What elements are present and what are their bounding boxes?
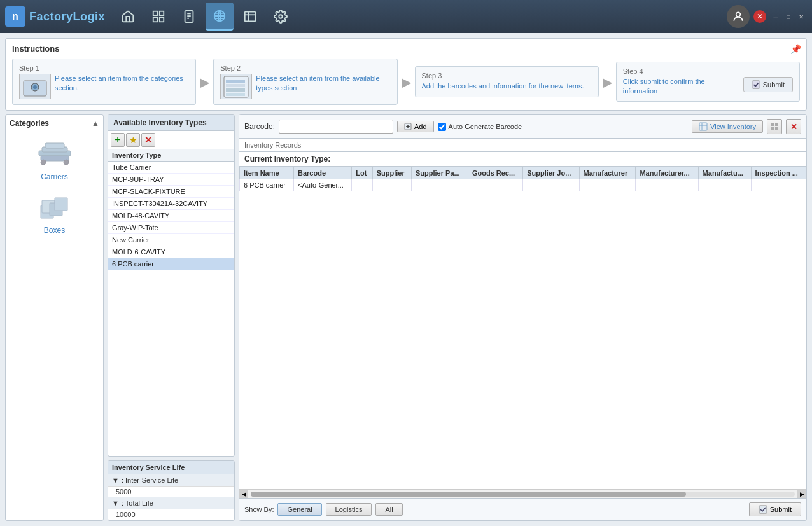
scroll-thumb[interactable] [251,492,686,497]
svg-rect-42 [775,127,778,130]
show-by-all-button[interactable]: All [375,503,402,516]
inventory-table: Item Name Barcode Lot Supplier Supplier … [239,167,806,191]
auto-generate-checkbox-label[interactable]: Auto Generate Barcode [438,123,522,131]
inv-type-6pcb[interactable]: 6 PCB carrier [108,258,234,270]
scroll-left-arrow[interactable]: ◀ [239,490,248,499]
resize-handle[interactable]: · · · · · [108,448,234,456]
step-2-text: Please select an item from the available… [256,74,390,93]
svg-rect-3 [160,18,164,22]
categories-header: Categories ▲ [10,119,99,128]
svg-rect-43 [759,506,767,513]
svg-rect-25 [45,143,64,148]
service-life-header: Inventory Service Life [108,461,234,474]
view-inventory-label: View Inventory [710,123,756,130]
category-carriers-item[interactable]: Carriers [10,133,99,186]
col-supplier-pa: Supplier Pa... [411,167,468,179]
inv-type-graywip[interactable]: Gray-WIP-Tote [108,222,234,234]
step-4-submit-button[interactable]: Submit [743,77,793,92]
user-avatar[interactable] [727,5,750,28]
service-total-value: 10000 [108,509,234,520]
step-2-num: Step 2 [220,64,390,72]
step-2-image [220,74,252,99]
view-inventory-button[interactable]: View Inventory [692,120,763,133]
layout-icon-button[interactable] [767,119,782,134]
show-by-general-button[interactable]: General [277,503,321,516]
step-4-content: Click submit to confirm the information … [623,77,793,97]
inv-type-tube-carrier[interactable]: Tube Carrier [108,162,234,174]
minimize-button[interactable]: ─ [770,11,781,22]
auto-generate-label: Auto Generate Barcode [449,123,522,130]
step-1-content: Please select an item from the categorie… [19,74,189,99]
add-button[interactable]: Add [397,121,434,132]
user-close-icon[interactable]: ✕ [753,10,766,23]
service-inter-group[interactable]: ▼ : Inter-Service Life [108,474,234,487]
pin-icon[interactable]: 📌 [790,44,801,54]
inv-type-mcp9up[interactable]: MCP-9UP-TRAY [108,174,234,186]
inv-type-mold48[interactable]: MOLD-48-CAVITY [108,210,234,222]
nav-home-button[interactable] [114,3,142,31]
categories-collapse-button[interactable]: ▲ [92,119,99,128]
service-total-group[interactable]: ▼ : Total Life [108,497,234,509]
inv-type-mold6[interactable]: MOLD-6-CAVITY [108,246,234,258]
inv-type-new-carrier[interactable]: New Carrier [108,234,234,246]
scroll-track[interactable] [251,492,795,497]
cell-barcode: <Auto-Gener... [294,179,352,191]
submit-label: Submit [770,506,792,513]
col-barcode: Barcode [294,167,352,179]
inventory-types-column-header: Inventory Type [108,149,234,162]
cell-manufacturer2 [636,179,698,191]
submit-button[interactable]: Submit [749,502,801,516]
service-total-label: : Total Life [122,499,153,507]
nav-settings-button[interactable] [267,3,295,31]
col-manufacturer2: Manufacturer... [636,167,698,179]
cell-supplier-pa [411,179,468,191]
app-name-part2: Logix [73,10,106,23]
boxes-icon [36,191,74,223]
close-records-button[interactable]: ✕ [786,119,801,134]
show-by-logistics-button[interactable]: Logistics [326,503,372,516]
nav-grid-button[interactable] [144,3,172,31]
content-row: Categories ▲ Ca [5,114,807,521]
col-goods-rec: Goods Rec... [468,167,522,179]
right-toolbar: Barcode: Add Auto Generate Barcode View … [239,115,806,139]
add-type-button[interactable]: + [111,133,125,147]
instructions-title: Instructions [12,44,800,53]
inv-type-mcpslack[interactable]: MCP-SLACK-FIXTURE [108,186,234,198]
cell-item-name: 6 PCB carrier [240,179,294,191]
logo-icon: n [5,6,25,27]
nav-doc-button[interactable] [175,3,203,31]
carriers-icon [36,138,74,170]
col-item-name: Item Name [240,167,294,179]
close-window-button[interactable]: ✕ [795,11,807,22]
step-4-text: Click submit to confirm the information [623,77,739,97]
left-panel: Categories ▲ Ca [5,114,104,521]
svg-rect-21 [226,93,245,96]
auto-generate-checkbox[interactable] [438,123,446,131]
step-4-num: Step 4 [623,67,793,75]
inventory-table-container: Item Name Barcode Lot Supplier Supplier … [239,167,806,489]
barcode-input[interactable] [279,120,393,134]
horizontal-scrollbar[interactable]: ◀ ▶ [239,489,806,498]
current-inventory-type-label: Current Inventory Type: [239,152,806,167]
step-arrow-2: ▶ [398,74,415,90]
svg-rect-36 [699,123,707,130]
inv-type-inspect[interactable]: INSPECT-T30421A-32CAVITY [108,198,234,210]
svg-rect-41 [771,127,774,130]
table-header-row: Item Name Barcode Lot Supplier Supplier … [240,167,806,179]
nav-table-button[interactable] [236,3,264,31]
table-row[interactable]: 6 PCB carrier <Auto-Gener... [240,179,806,191]
maximize-button[interactable]: □ [783,11,794,22]
categories-panel: Categories ▲ Ca [5,114,104,521]
scroll-right-arrow[interactable]: ▶ [797,490,806,499]
category-boxes-item[interactable]: Boxes [10,186,99,240]
right-panel: Barcode: Add Auto Generate Barcode View … [239,114,807,521]
delete-type-button[interactable]: ✕ [141,133,155,147]
nav-globe-button[interactable] [206,3,234,31]
svg-point-16 [33,85,37,89]
step-1-num: Step 1 [19,64,189,72]
svg-rect-2 [153,18,157,22]
cell-inspection [751,179,806,191]
barcode-label: Barcode: [244,122,275,131]
col-supplier-jo: Supplier Jo... [523,167,579,179]
star-type-button[interactable]: ★ [126,133,140,147]
